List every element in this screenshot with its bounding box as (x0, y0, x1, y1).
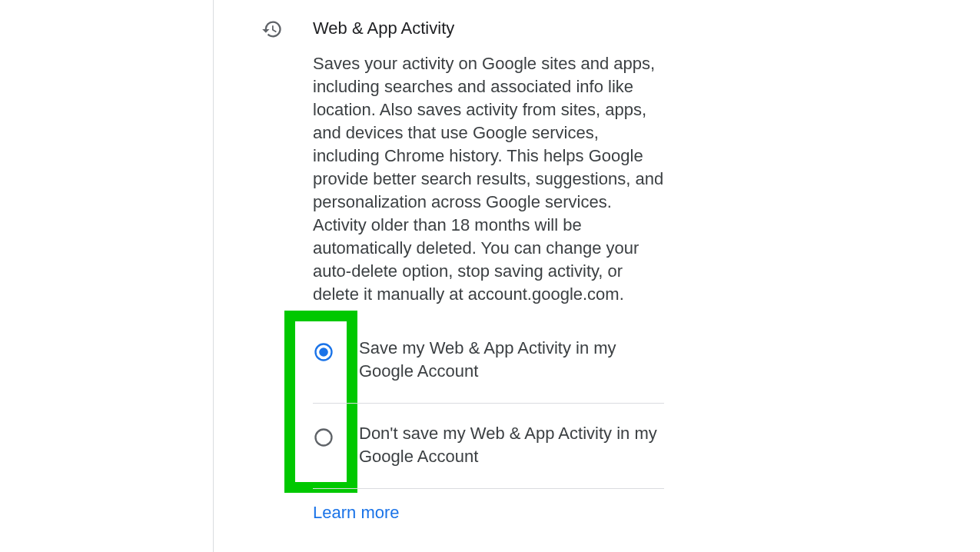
svg-point-2 (316, 430, 332, 446)
section-title: Web & App Activity (313, 18, 665, 38)
radio-unselected-icon[interactable] (313, 427, 334, 451)
section-description: Saves your activity on Google sites and … (313, 52, 666, 306)
option-label: Don't save my Web & App Activity in my G… (359, 422, 664, 468)
svg-point-1 (319, 347, 328, 357)
option-label: Save my Web & App Activity in my Google … (359, 337, 664, 383)
option-dont-save-activity[interactable]: Don't save my Web & App Activity in my G… (313, 404, 664, 489)
radio-selected-icon[interactable] (313, 341, 334, 366)
history-icon (261, 18, 283, 43)
activity-options-list: Save my Web & App Activity in my Google … (313, 337, 664, 489)
vertical-divider (213, 0, 214, 552)
learn-more-link[interactable]: Learn more (313, 503, 400, 523)
option-save-activity[interactable]: Save my Web & App Activity in my Google … (313, 337, 664, 404)
web-app-activity-section: Web & App Activity Saves your activity o… (261, 18, 665, 335)
